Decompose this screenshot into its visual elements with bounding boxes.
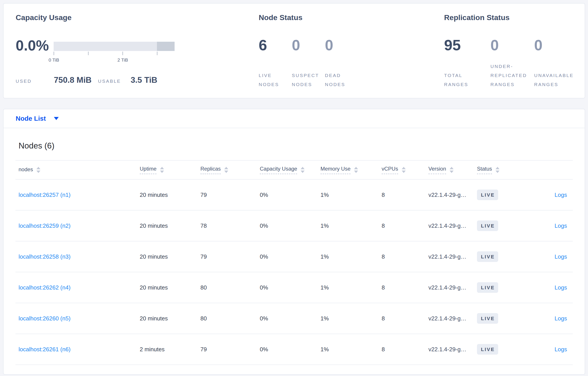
status-badge: LIVE bbox=[477, 189, 498, 200]
column-header-label: Version bbox=[428, 166, 446, 174]
memory-cell: 1% bbox=[320, 222, 382, 229]
node-link[interactable]: localhost:26259 (n2) bbox=[19, 222, 71, 229]
sort-arrows-icon[interactable] bbox=[224, 167, 228, 173]
version-cell: v22.1.4-29-g… bbox=[428, 284, 477, 291]
column-header-vcpus[interactable]: vCPUs bbox=[382, 166, 428, 174]
column-header-capacity-usage[interactable]: Capacity Usage bbox=[260, 166, 320, 174]
node-cell: localhost:26259 (n2) bbox=[19, 222, 140, 229]
total-ranges-stat: 95 TOTAL RANGES bbox=[444, 37, 490, 89]
sort-arrows-icon[interactable] bbox=[495, 167, 500, 173]
column-header-label: Uptime bbox=[140, 166, 157, 174]
replication-status-title: Replication Status bbox=[444, 13, 578, 22]
status-badge: LIVE bbox=[477, 282, 498, 293]
status-cell: LIVE bbox=[477, 220, 525, 231]
replicas-cell: 78 bbox=[200, 222, 260, 229]
logs-cell: Logs bbox=[525, 191, 573, 198]
memory-cell: 1% bbox=[320, 191, 382, 198]
version-cell: v22.1.4-29-g… bbox=[428, 253, 477, 260]
table-row: localhost:26258 (n3)20 minutes790%1%8v22… bbox=[15, 241, 573, 272]
column-header-status[interactable]: Status bbox=[477, 166, 525, 174]
logs-cell: Logs bbox=[525, 346, 573, 353]
table-row: localhost:26260 (n5)20 minutes800%1%8v22… bbox=[15, 303, 573, 334]
uptime-cell: 20 minutes bbox=[140, 222, 200, 229]
node-link[interactable]: localhost:26262 (n4) bbox=[19, 284, 71, 291]
node-status-panel: Node Status 6 LIVE NODES 0 SUSPECT NODES… bbox=[259, 3, 444, 98]
node-list-dropdown[interactable]: Node List bbox=[16, 115, 59, 122]
nodes-table-heading: Nodes (6) bbox=[19, 141, 573, 151]
vcpus-cell: 8 bbox=[382, 315, 428, 322]
node-cell: localhost:26262 (n4) bbox=[19, 284, 140, 291]
uptime-cell: 20 minutes bbox=[140, 253, 200, 260]
table-row: localhost:26261 (n6)2 minutes790%1%8v22.… bbox=[15, 334, 573, 365]
column-header-uptime[interactable]: Uptime bbox=[140, 166, 200, 174]
version-cell: v22.1.4-29-g… bbox=[428, 222, 477, 229]
dead-nodes-label: DEAD NODES bbox=[325, 71, 353, 89]
uptime-cell: 20 minutes bbox=[140, 315, 200, 322]
sort-arrows-icon[interactable] bbox=[36, 167, 40, 173]
sort-arrows-icon[interactable] bbox=[450, 167, 454, 173]
status-badge: LIVE bbox=[477, 220, 498, 231]
cluster-summary-card: Capacity Usage 0.0% 0 TiB 2 TiB bbox=[3, 3, 585, 98]
table-row: localhost:26262 (n4)20 minutes800%1%8v22… bbox=[15, 272, 573, 303]
usable-label: USABLE bbox=[98, 79, 131, 84]
column-header-replicas[interactable]: Replicas bbox=[200, 166, 260, 174]
sort-arrows-icon[interactable] bbox=[160, 167, 164, 173]
column-header-nodes[interactable]: nodes bbox=[19, 166, 140, 173]
table-row: localhost:26257 (n1)20 minutes790%1%8v22… bbox=[15, 180, 573, 210]
under-replicated-ranges-stat: 0 UNDER-REPLICATED RANGES bbox=[490, 37, 534, 89]
sort-arrows-icon[interactable] bbox=[301, 167, 304, 173]
sort-arrows-icon[interactable] bbox=[402, 167, 406, 173]
status-badge: LIVE bbox=[477, 251, 498, 262]
node-link[interactable]: localhost:26260 (n5) bbox=[19, 315, 71, 322]
column-header-memory-use[interactable]: Memory Use bbox=[320, 166, 382, 174]
logs-cell: Logs bbox=[525, 315, 573, 322]
capacity-cell: 0% bbox=[260, 315, 320, 322]
status-cell: LIVE bbox=[477, 189, 525, 200]
memory-cell: 1% bbox=[320, 284, 382, 291]
logs-cell: Logs bbox=[525, 253, 573, 260]
version-cell: v22.1.4-29-g… bbox=[428, 315, 477, 322]
suspect-nodes-value: 0 bbox=[292, 37, 325, 53]
node-cell: localhost:26260 (n5) bbox=[19, 315, 140, 322]
logs-link[interactable]: Logs bbox=[555, 191, 567, 198]
sort-arrows-icon[interactable] bbox=[354, 167, 358, 173]
replicas-cell: 79 bbox=[200, 253, 260, 260]
node-list-dropdown-label: Node List bbox=[16, 115, 46, 122]
chevron-down-icon bbox=[54, 117, 59, 120]
node-link[interactable]: localhost:26257 (n1) bbox=[19, 191, 71, 198]
status-cell: LIVE bbox=[477, 313, 525, 324]
capacity-usage-title: Capacity Usage bbox=[16, 13, 259, 22]
node-link[interactable]: localhost:26261 (n6) bbox=[19, 346, 71, 353]
uptime-cell: 20 minutes bbox=[140, 284, 200, 291]
logs-link[interactable]: Logs bbox=[555, 346, 567, 353]
logs-link[interactable]: Logs bbox=[555, 222, 567, 229]
logs-link[interactable]: Logs bbox=[555, 284, 567, 291]
memory-cell: 1% bbox=[320, 315, 382, 322]
column-header-label: Capacity Usage bbox=[260, 166, 297, 174]
memory-cell: 1% bbox=[320, 346, 382, 353]
used-label: USED bbox=[16, 79, 54, 84]
status-badge: LIVE bbox=[477, 313, 498, 324]
capacity-usage-panel: Capacity Usage 0.0% 0 TiB 2 TiB bbox=[3, 3, 259, 98]
status-cell: LIVE bbox=[477, 344, 525, 355]
vcpus-cell: 8 bbox=[382, 222, 428, 229]
capacity-percent: 0.0% bbox=[16, 38, 54, 63]
replicas-cell: 80 bbox=[200, 315, 260, 322]
node-link[interactable]: localhost:26258 (n3) bbox=[19, 253, 71, 260]
node-cell: localhost:26257 (n1) bbox=[19, 191, 140, 198]
used-value: 750.8 MiB bbox=[54, 75, 98, 85]
column-header-label: vCPUs bbox=[382, 166, 398, 174]
logs-link[interactable]: Logs bbox=[555, 253, 567, 260]
logs-link[interactable]: Logs bbox=[555, 315, 567, 322]
capacity-tick-label-2: 2 TiB bbox=[117, 57, 128, 63]
version-cell: v22.1.4-29-g… bbox=[428, 191, 477, 198]
unavailable-ranges-value: 0 bbox=[534, 37, 578, 53]
node-status-title: Node Status bbox=[259, 13, 444, 22]
unavailable-ranges-label: UNAVAILABLE RANGES bbox=[534, 71, 576, 89]
capacity-bar-dark-segment bbox=[157, 42, 175, 51]
column-header-version[interactable]: Version bbox=[428, 166, 477, 174]
capacity-tick-label-0: 0 TiB bbox=[49, 57, 59, 63]
capacity-cell: 0% bbox=[260, 284, 320, 291]
capacity-bar-chart: 0 TiB 2 TiB bbox=[54, 38, 175, 63]
under-replicated-ranges-label: UNDER-REPLICATED RANGES bbox=[490, 62, 531, 89]
